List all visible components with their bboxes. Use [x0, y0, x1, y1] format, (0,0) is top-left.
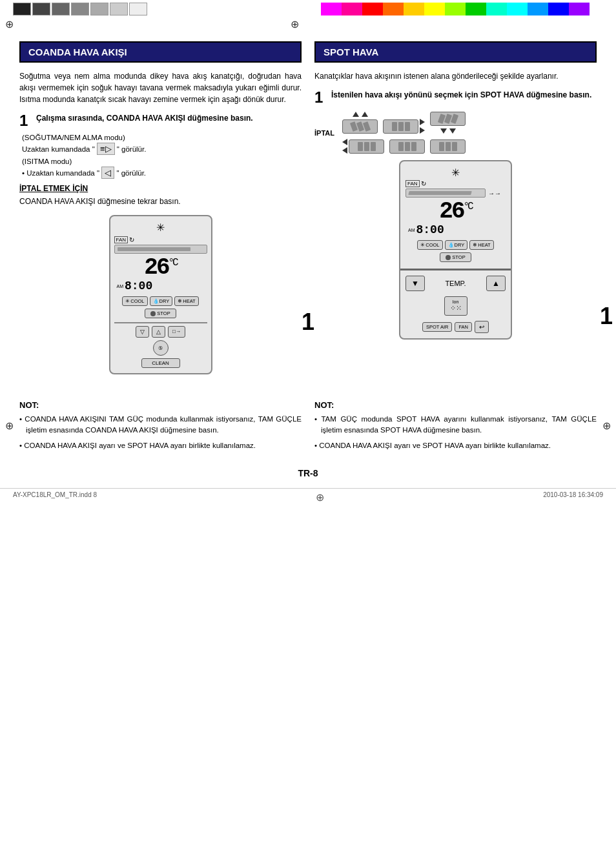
swatch-red [362, 3, 383, 15]
am-label-right: AM [408, 228, 415, 232]
fan-label-left: FAN [114, 236, 128, 243]
notes-left: NOT: • COANDA HAVA AKIŞINI TAM GÜÇ modun… [19, 400, 302, 455]
iptal-heading: İPTAL ETMEK İÇİN [19, 184, 302, 193]
remote-divider-left [114, 322, 207, 323]
cool-btn-right[interactable]: ✳ COOL [417, 240, 442, 250]
ion-btn[interactable]: Ion ⁘⁙ [444, 296, 467, 316]
left-body-text: Soğutma veya nem alma modunda dikey hava… [19, 70, 302, 105]
heat-btn-left[interactable]: ❄ HEAT [174, 296, 198, 306]
vane-6a [439, 142, 444, 151]
nav-up-btn[interactable]: △ [152, 326, 165, 338]
heat-snowflake-icon: ❄ [178, 298, 182, 304]
remote-right: ✳ FAN ↻ →→ 26°C [399, 160, 512, 340]
ac-unit-2 [383, 119, 418, 134]
fan-label-right: FAN [406, 180, 420, 187]
circle-btn-s[interactable]: ⑤ [153, 340, 169, 356]
left-step-1: 1 Çalışma sırasında, COANDA HAVA AKIŞI d… [19, 113, 302, 128]
airflow-diagram: İPTAL [314, 112, 597, 154]
unit-3 [430, 112, 466, 134]
snowflake-right: ✳ [406, 167, 506, 179]
cool-btn-left[interactable]: ✳ COOL [122, 296, 147, 306]
swatch-orange [383, 3, 404, 15]
vane-6b [446, 142, 451, 151]
fan-bottom-btn[interactable]: FAN [455, 322, 472, 332]
page-number: TR-8 [0, 462, 616, 482]
stop-circle-icon [150, 311, 156, 316]
temp-up-btn[interactable]: ▲ [486, 276, 506, 291]
stop-btn-left[interactable]: STOP [145, 309, 176, 318]
arrow-right-1 [420, 119, 425, 125]
ac-unit-3 [430, 112, 466, 126]
swatch-yellow [424, 3, 445, 15]
notes-right: NOT: • TAM GÜÇ modunda SPOT HAVA ayarını… [314, 400, 597, 455]
celsius-left: °C [169, 257, 177, 269]
color-block-7 [129, 3, 147, 15]
vane-5b [405, 142, 410, 151]
left-step-text: Çalışma sırasında, COANDA HAVA AKIŞI düğ… [36, 113, 253, 128]
step-overlay-right: 1 [600, 303, 613, 330]
notes-left-title: NOT: [19, 400, 302, 410]
arrow-up-1 [353, 112, 359, 117]
notes-section: NOT: • COANDA HAVA AKIŞINI TAM GÜÇ modun… [0, 394, 616, 462]
ion-dots-icon: ⁘⁙ [450, 304, 462, 312]
remote-top-icons: ✳ [114, 221, 207, 234]
nav-right-btn[interactable]: □→ [168, 326, 185, 338]
vane-display-right [406, 188, 486, 198]
snowflake-cool-icon: ✳ [125, 298, 130, 304]
arrow-left-2 [342, 147, 347, 154]
right-section-header: SPOT HAVA [314, 41, 597, 63]
temp-down-btn[interactable]: ▼ [406, 276, 425, 291]
vane-4b [364, 142, 369, 151]
right-column: SPOT HAVA Kanatçıklar hava akışının iste… [314, 41, 597, 381]
reg-mark-right-mid: ⊕ [602, 420, 611, 432]
arrow-down-1 [440, 128, 447, 134]
wind-arrows: →→ [488, 190, 501, 197]
ac-unit-4 [349, 139, 384, 154]
spot-air-btn[interactable]: SPOT AIR [422, 322, 452, 332]
arrow-left-1 [342, 139, 347, 145]
bottom-buttons-left: ⑤ [114, 340, 207, 356]
vane-5c [411, 142, 416, 151]
dry-btn-left[interactable]: 💧 DRY [150, 296, 173, 306]
dry-btn-right[interactable]: 💧 DRY [445, 240, 468, 250]
color-block-4 [71, 3, 89, 15]
swatch-yellow-orange [404, 3, 424, 15]
left-section-header: COANDA HAVA AKIŞI [19, 41, 302, 63]
arrow-right-2 [420, 127, 425, 134]
vane-bar-right [408, 191, 471, 195]
fan-row-right: FAN ↻ [406, 180, 506, 187]
step-overlay-left: 1 [302, 309, 314, 336]
nav-down-btn[interactable]: ▽ [136, 326, 149, 338]
isitma-text: • Uzaktan kumandada " ◁ " görülür. [22, 168, 302, 178]
top-bar-right [308, 0, 616, 18]
stop-btn-right[interactable]: STOP [440, 252, 471, 262]
swatch-magenta [321, 3, 342, 15]
remote-left-wrapper: ✳ FAN ↻ 26°C AM 8:00 [19, 215, 302, 374]
reg-mark-left-mid: ⊕ [5, 420, 14, 432]
curve-btn[interactable]: ↩ [475, 321, 489, 333]
heat-btn-right[interactable]: ❄ HEAT [469, 240, 493, 250]
celsius-right: °C [464, 201, 472, 212]
drop-icon: 💧 [153, 298, 159, 304]
ion-label: Ion [453, 300, 459, 304]
right-step-1: 1 İstenilen hava akışı yönünü seçmek içi… [314, 90, 597, 105]
top-bar [0, 0, 616, 18]
remote-right-wrapper: ✳ FAN ↻ →→ 26°C [314, 160, 597, 340]
drop-icon-r: 💧 [448, 242, 454, 248]
vane-2b [398, 122, 404, 131]
swatch-green [466, 3, 486, 15]
notes-right-item-2: • COANDA HAVA AKIŞI ayarı ve SPOT HAVA a… [314, 440, 597, 451]
snowflake-cool-icon-r: ✳ [420, 242, 425, 248]
nav-buttons-left: ▽ △ □→ [114, 326, 207, 338]
swatch-light-blue [528, 3, 548, 15]
color-block-1 [13, 3, 31, 15]
bottom-bar: AY-XPC18LR_OM_TR.indd 8 ⊕ 2010-03-18 16:… [0, 488, 616, 506]
reg-mark-top-center: ⊕ [291, 18, 299, 30]
color-block-2 [32, 3, 50, 15]
vane-4a [358, 142, 363, 151]
clean-btn-left[interactable]: CLEAN [141, 358, 180, 368]
main-content: COANDA HAVA AKIŞI Soğutma veya nem alma … [0, 35, 616, 387]
remote-icon-heat: ◁ [101, 167, 114, 179]
bottom-remote-row: SPOT AIR FAN ↩ [406, 321, 506, 333]
time-display-left: 8:00 [125, 280, 152, 292]
